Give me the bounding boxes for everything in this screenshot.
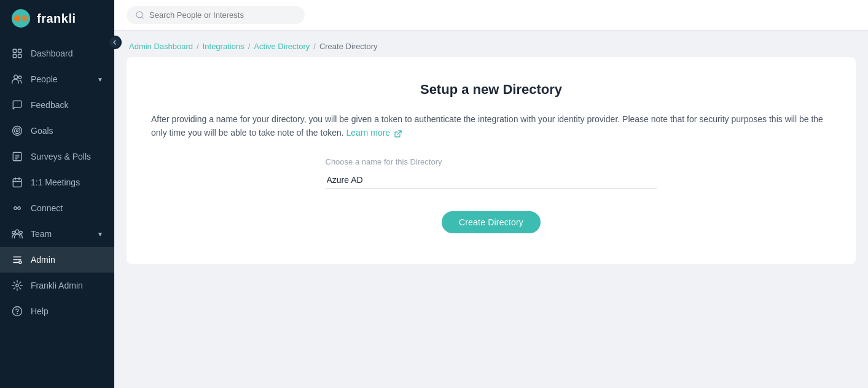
svg-rect-28: [19, 261, 22, 263]
breadcrumb-create-directory: Create Directory: [319, 42, 378, 51]
sidebar-item-connect-label: Connect: [31, 203, 63, 213]
svg-point-29: [16, 284, 19, 287]
meetings-icon: [11, 176, 23, 188]
svg-rect-5: [13, 55, 16, 58]
svg-line-33: [141, 17, 143, 18]
search-input[interactable]: [149, 10, 284, 20]
sidebar-item-frankli-admin[interactable]: Frankli Admin: [0, 273, 114, 298]
svg-rect-16: [13, 179, 22, 187]
search-icon: [135, 10, 144, 20]
sidebar-item-connect[interactable]: Connect: [0, 195, 114, 221]
breadcrumb-sep-3: /: [313, 42, 316, 51]
external-link-icon: [394, 130, 402, 138]
form-description: After providing a name for your director…: [151, 112, 827, 140]
svg-point-10: [15, 128, 20, 134]
directory-name-input[interactable]: [326, 171, 657, 189]
surveys-icon: [11, 150, 23, 163]
feedback-icon: [11, 99, 23, 111]
svg-rect-3: [13, 49, 16, 52]
people-icon: [11, 73, 23, 85]
sidebar-item-surveys-label: Surveys & Polls: [31, 152, 91, 161]
sidebar-item-people-label: People: [31, 74, 58, 84]
svg-point-8: [18, 76, 22, 79]
svg-rect-6: [18, 55, 22, 58]
frankli-admin-icon: [11, 279, 23, 292]
directory-name-label: Choose a name for this Directory: [326, 157, 442, 166]
sidebar-nav: Dashboard People ▼ Feedback Goals: [0, 37, 114, 388]
dashboard-icon: [11, 47, 23, 60]
svg-rect-4: [18, 49, 22, 52]
content-area: Admin Dashboard / Integrations / Active …: [114, 31, 868, 388]
svg-point-31: [17, 313, 18, 314]
form-actions: Create Directory: [151, 211, 831, 233]
form-description-text: After providing a name for your director…: [151, 114, 823, 138]
logo-icon: [11, 9, 31, 28]
setup-directory-card: Setup a new Directory After providing a …: [127, 57, 856, 264]
connect-icon: [11, 202, 23, 214]
logo: frankli: [0, 0, 114, 37]
breadcrumb-sep-2: /: [248, 42, 251, 51]
sidebar-item-dashboard-label: Dashboard: [31, 49, 73, 58]
admin-icon: [11, 254, 23, 266]
sidebar-item-help[interactable]: Help: [0, 298, 114, 324]
sidebar-item-frankli-admin-label: Frankli Admin: [31, 281, 83, 290]
learn-more-link[interactable]: Learn more: [346, 128, 402, 138]
sidebar-item-help-label: Help: [31, 306, 49, 316]
breadcrumb-admin-dashboard[interactable]: Admin Dashboard: [129, 42, 193, 51]
form-title: Setup a new Directory: [151, 82, 831, 98]
directory-name-field-group: Choose a name for this Directory: [151, 157, 831, 189]
sidebar-item-admin-label: Admin: [31, 255, 55, 265]
sidebar-item-dashboard[interactable]: Dashboard: [0, 41, 114, 66]
goals-icon: [11, 125, 23, 137]
create-directory-button[interactable]: Create Directory: [442, 211, 541, 233]
sidebar-item-meetings[interactable]: 1:1 Meetings: [0, 169, 114, 195]
sidebar-item-team-label: Team: [31, 229, 52, 239]
top-bar: [114, 0, 868, 31]
svg-point-11: [17, 130, 18, 132]
sidebar-item-goals[interactable]: Goals: [0, 118, 114, 144]
svg-point-22: [15, 230, 19, 233]
sidebar-item-team[interactable]: Team ▼: [0, 221, 114, 247]
svg-point-23: [12, 231, 15, 235]
search-box[interactable]: [127, 6, 305, 24]
sidebar-collapse-button[interactable]: [108, 36, 122, 49]
team-icon: [11, 228, 23, 240]
people-arrow-icon: ▼: [97, 76, 103, 83]
directory-name-input-wrap: [326, 171, 657, 189]
breadcrumb-sep-1: /: [197, 42, 199, 51]
sidebar: frankli Dashboard People ▼ Feedba: [0, 0, 114, 388]
breadcrumb: Admin Dashboard / Integrations / Active …: [114, 31, 868, 57]
chevron-left-icon: [112, 39, 118, 45]
svg-point-30: [13, 307, 22, 316]
sidebar-item-meetings-label: 1:1 Meetings: [31, 177, 80, 187]
main-content: Admin Dashboard / Integrations / Active …: [114, 0, 868, 388]
svg-point-7: [14, 75, 18, 79]
logo-text: frankli: [37, 12, 76, 26]
team-arrow-icon: ▼: [97, 231, 103, 238]
svg-point-24: [20, 231, 23, 235]
breadcrumb-integrations[interactable]: Integrations: [203, 42, 244, 51]
svg-point-9: [13, 126, 22, 136]
sidebar-item-admin[interactable]: Admin: [0, 247, 114, 273]
help-icon: [11, 305, 23, 317]
sidebar-item-goals-label: Goals: [31, 126, 53, 136]
svg-rect-12: [13, 152, 22, 161]
sidebar-item-feedback-label: Feedback: [31, 100, 68, 110]
svg-point-2: [22, 15, 28, 21]
breadcrumb-active-directory[interactable]: Active Directory: [254, 42, 310, 51]
sidebar-item-people[interactable]: People ▼: [0, 66, 114, 92]
svg-point-1: [14, 15, 20, 21]
sidebar-item-surveys[interactable]: Surveys & Polls: [0, 144, 114, 169]
sidebar-item-feedback[interactable]: Feedback: [0, 92, 114, 118]
